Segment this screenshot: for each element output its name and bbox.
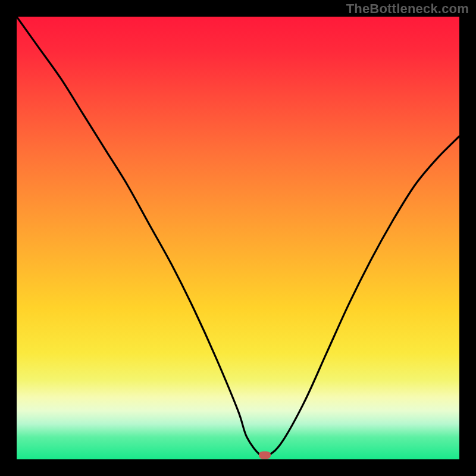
watermark-text: TheBottleneck.com [346,1,469,17]
chart-frame: TheBottleneck.com [0,0,476,476]
bottleneck-curve [17,17,459,459]
optimal-point-marker [259,451,271,459]
plot-area [17,17,459,459]
